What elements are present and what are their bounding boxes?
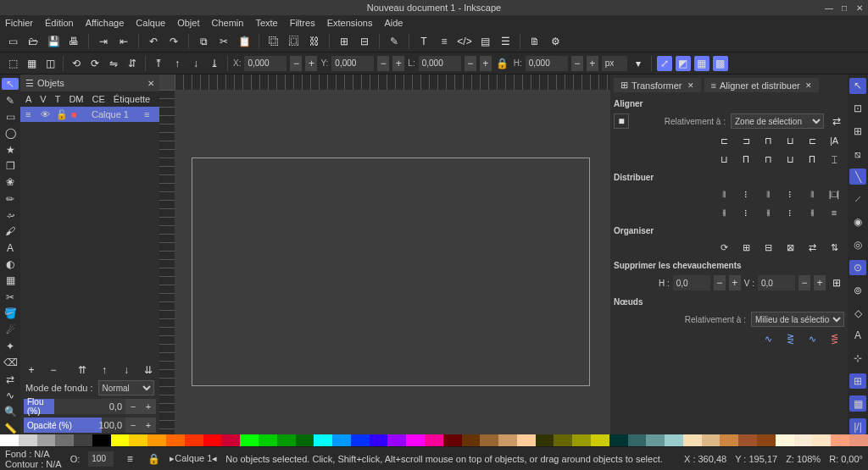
raise-icon[interactable]: ↑ [170,56,185,71]
rect-tool[interactable]: ▭ [2,111,19,123]
swatch[interactable] [332,434,351,446]
tab-transform[interactable]: ⊞Transformer✕ [614,78,701,92]
tweak-tool[interactable]: ☄ [2,323,19,335]
swatch[interactable] [240,434,259,446]
align-left-icon[interactable]: ⊏ [717,134,731,147]
dist-l-icon[interactable]: ≡ [827,206,841,219]
align-a-icon[interactable]: ⊔ [717,152,731,166]
affect-gradient-icon[interactable]: ▦ [694,56,709,71]
swatch[interactable] [849,434,868,446]
spiral-tool[interactable]: ❀ [2,176,19,188]
h-inc[interactable]: + [587,56,598,71]
swatch[interactable] [554,434,572,446]
close-icon[interactable]: ✕ [805,81,812,90]
swatch[interactable] [74,434,92,446]
lower-bottom-icon[interactable]: ⤓ [207,56,222,71]
align-target-icon[interactable]: ■ [614,113,629,129]
menu-chemin[interactable]: Chemin [211,18,243,28]
snap-g-icon[interactable]: ◎ [849,237,866,253]
swatch[interactable] [591,434,609,446]
swatch[interactable] [203,434,222,446]
opacity-value[interactable]: 100,0 [102,417,125,433]
cut-icon[interactable]: ✂ [216,34,231,49]
swatch[interactable] [757,434,776,446]
redo-icon[interactable]: ↷ [166,34,181,49]
w-inc[interactable]: + [480,56,492,71]
ungroup-icon[interactable]: ⊟ [357,34,372,49]
snap-master-icon[interactable]: ↖ [849,78,866,94]
swatch[interactable] [609,434,628,446]
gradient-tool[interactable]: ◐ [2,258,19,270]
swatch[interactable] [387,434,406,446]
align-f-icon[interactable]: ⌶ [827,152,841,166]
swatch[interactable] [425,434,443,446]
group-icon[interactable]: ⊞ [337,34,352,49]
close-icon[interactable]: ✕ [854,3,865,13]
rotate-cw-icon[interactable]: ⟳ [87,56,103,71]
y-input[interactable]: 0,000 [331,56,374,71]
raise-top-icon[interactable]: ⤒ [151,56,166,71]
ruler-horizontal[interactable] [175,75,610,90]
sz-val[interactable]: 108% [797,454,821,464]
dist-k-icon[interactable]: ⫵ [805,206,819,219]
org-b-icon[interactable]: ⊞ [739,241,753,254]
swatch[interactable] [683,434,702,446]
org-a-icon[interactable]: ⟳ [717,241,731,254]
open-icon[interactable]: 🗁 [25,34,41,49]
swatch[interactable] [536,434,554,446]
rel-extra-icon[interactable]: ⇄ [829,113,844,129]
swatch[interactable] [646,434,665,446]
blur-value[interactable]: 0,0 [102,399,125,414]
swatch[interactable] [406,434,425,446]
swatch[interactable] [129,434,147,446]
selectors-icon[interactable]: ▤ [477,34,492,49]
menu-aide[interactable]: Aide [384,18,403,28]
swatch[interactable] [55,434,74,446]
flip-h-icon[interactable]: ⇋ [106,56,121,71]
swatch[interactable] [776,434,794,446]
dist-a-icon[interactable]: ⫴ [717,187,731,201]
swatch[interactable] [259,434,277,446]
swatch[interactable] [572,434,591,446]
swatch[interactable] [665,434,683,446]
prefs-icon[interactable]: ⚙ [548,34,563,49]
dist-h-icon[interactable]: ⫶ [739,206,753,219]
swatch[interactable] [794,434,813,446]
duplicate-icon[interactable]: ⿻ [266,34,281,49]
swatch[interactable] [111,434,130,446]
select-all-icon[interactable]: ⬚ [5,56,20,71]
import-icon[interactable]: ⇥ [96,34,111,49]
dist-f-icon[interactable]: |□| [827,187,841,201]
v-inc[interactable]: + [814,275,826,290]
spray-tool[interactable]: ✦ [2,340,19,352]
bucket-tool[interactable]: 🪣 [2,307,19,319]
xml-editor-icon[interactable]: </> [457,34,472,49]
connector-tool[interactable]: ⇄ [2,373,19,384]
swatch[interactable] [370,434,388,446]
org-f-icon[interactable]: ⇅ [827,241,841,254]
node-tool[interactable]: ✎ [2,94,19,106]
calligraphy-tool[interactable]: 🖌 [2,225,19,237]
layer-row[interactable]: ≡ 👁 🔓 ■ Calque 1 ≡ [20,107,159,122]
snap-f-icon[interactable]: ◉ [849,214,866,230]
dist-j-icon[interactable]: ⫶ [783,206,797,219]
move-up-icon[interactable]: ↑ [97,362,112,378]
align-d-icon[interactable]: ⊔ [783,152,797,166]
nodes-rel-select[interactable]: Milieu de la sélection [751,312,844,327]
affect-corners-icon[interactable]: ◩ [676,56,691,71]
swatch[interactable] [19,434,37,446]
snap-i-icon[interactable]: ⊚ [849,282,866,298]
flip-v-icon[interactable]: ⇵ [125,56,140,71]
sr-val[interactable]: 0,00° [841,454,863,464]
menu-objet[interactable]: Objet [177,18,199,28]
minimize-icon[interactable]: — [824,3,834,13]
layer-lock-icon[interactable]: 🔓 [56,109,66,120]
snap-l-icon[interactable]: ⊹ [849,351,866,367]
swatch[interactable] [277,434,296,446]
align-vcenter-icon[interactable]: ⊏ [805,134,819,147]
circle-tool[interactable]: ◯ [2,127,19,139]
org-d-icon[interactable]: ⊠ [783,241,797,254]
align-right-icon[interactable]: ⊓ [761,134,775,147]
y-inc[interactable]: + [392,56,404,71]
expand-icon[interactable]: ⇊ [141,362,156,378]
